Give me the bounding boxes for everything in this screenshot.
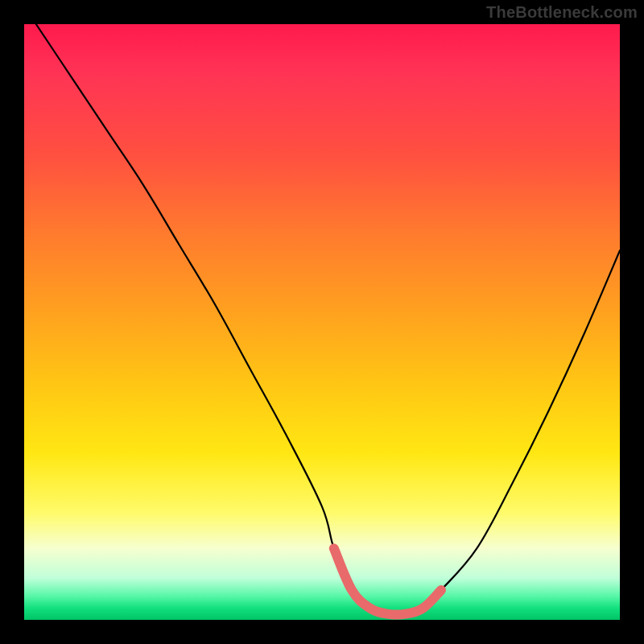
chart-container: TheBottleneck.com — [0, 0, 644, 644]
plot-area — [24, 24, 620, 620]
green-zone-highlight-line — [334, 548, 441, 614]
watermark-text: TheBottleneck.com — [486, 3, 638, 22]
bottleneck-curve-line — [36, 24, 620, 615]
curve-svg — [24, 24, 620, 620]
